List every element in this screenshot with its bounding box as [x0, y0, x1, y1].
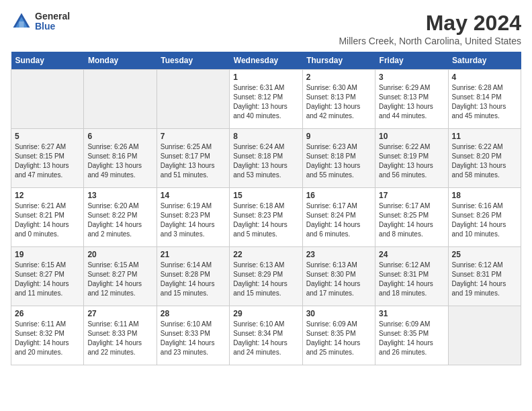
calendar-cell: 12Sunrise: 6:21 AMSunset: 8:21 PMDayligh… [11, 188, 84, 247]
sunrise-text: Sunrise: 6:17 AM [306, 202, 357, 210]
daylight-text: Daylight: 14 hours and 10 minutes. [452, 221, 506, 238]
day-info: Sunrise: 6:21 AMSunset: 8:21 PMDaylight:… [15, 201, 80, 239]
daylight-text: Daylight: 13 hours and 45 minutes. [452, 103, 506, 120]
sunrise-text: Sunrise: 6:18 AM [233, 202, 284, 210]
sunset-text: Sunset: 8:14 PM [452, 93, 502, 101]
day-number: 27 [87, 309, 152, 318]
day-number: 30 [306, 309, 371, 318]
day-number: 18 [452, 191, 517, 200]
calendar-cell: 22Sunrise: 6:13 AMSunset: 8:29 PMDayligh… [230, 247, 302, 306]
day-number: 16 [306, 191, 371, 200]
logo-blue: Blue [35, 21, 70, 32]
day-number: 4 [452, 73, 517, 82]
sunset-text: Sunset: 8:35 PM [379, 330, 429, 337]
calendar-cell: 3Sunrise: 6:29 AMSunset: 8:13 PMDaylight… [375, 70, 448, 129]
weekday-header-sunday: Sunday [11, 52, 84, 70]
sunrise-text: Sunrise: 6:10 AM [161, 320, 212, 328]
day-info: Sunrise: 6:14 AMSunset: 8:28 PMDaylight:… [161, 261, 226, 298]
sunset-text: Sunset: 8:19 PM [379, 152, 429, 160]
sunrise-text: Sunrise: 6:11 AM [15, 320, 66, 328]
daylight-text: Daylight: 13 hours and 51 minutes. [161, 162, 215, 179]
sunrise-text: Sunrise: 6:21 AM [15, 202, 66, 210]
sunrise-text: Sunrise: 6:28 AM [452, 84, 503, 91]
day-info: Sunrise: 6:15 AMSunset: 8:27 PMDaylight:… [87, 261, 152, 298]
weekday-header-wednesday: Wednesday [230, 52, 302, 70]
calendar-cell: 4Sunrise: 6:28 AMSunset: 8:14 PMDaylight… [448, 70, 521, 129]
sunrise-text: Sunrise: 6:24 AM [233, 143, 284, 150]
day-number: 2 [306, 73, 371, 82]
day-info: Sunrise: 6:17 AMSunset: 8:24 PMDaylight:… [306, 201, 371, 239]
day-number: 24 [379, 250, 444, 259]
day-number: 5 [15, 132, 80, 141]
weekday-header-tuesday: Tuesday [157, 52, 229, 70]
day-info: Sunrise: 6:13 AMSunset: 8:29 PMDaylight:… [233, 261, 298, 298]
daylight-text: Daylight: 13 hours and 47 minutes. [15, 162, 69, 179]
sunset-text: Sunset: 8:32 PM [15, 330, 64, 337]
day-info: Sunrise: 6:10 AMSunset: 8:34 PMDaylight:… [233, 320, 298, 357]
daylight-text: Daylight: 14 hours and 19 minutes. [452, 280, 506, 297]
day-info: Sunrise: 6:29 AMSunset: 8:13 PMDaylight:… [379, 83, 444, 121]
sunrise-text: Sunrise: 6:30 AM [306, 84, 357, 91]
day-number: 17 [379, 191, 444, 200]
calendar-table: SundayMondayTuesdayWednesdayThursdayFrid… [11, 52, 521, 365]
sunrise-text: Sunrise: 6:09 AM [306, 320, 357, 328]
weekday-header-friday: Friday [375, 52, 448, 70]
calendar-cell [11, 70, 84, 129]
calendar-week-1: 1Sunrise: 6:31 AMSunset: 8:12 PMDaylight… [11, 70, 521, 129]
sunset-text: Sunset: 8:27 PM [15, 271, 64, 278]
sunset-text: Sunset: 8:20 PM [452, 152, 502, 160]
sunrise-text: Sunrise: 6:19 AM [161, 202, 212, 210]
logo-general: General [35, 11, 70, 21]
calendar-week-5: 26Sunrise: 6:11 AMSunset: 8:32 PMDayligh… [11, 306, 521, 365]
calendar-cell [84, 70, 157, 129]
day-info: Sunrise: 6:24 AMSunset: 8:18 PMDaylight:… [233, 142, 298, 180]
calendar-cell: 7Sunrise: 6:25 AMSunset: 8:17 PMDaylight… [157, 129, 229, 188]
weekday-header-saturday: Saturday [448, 52, 521, 70]
day-number: 1 [233, 73, 298, 82]
logo-text: General Blue [35, 11, 70, 32]
day-number: 31 [379, 309, 444, 318]
day-number: 7 [161, 132, 226, 141]
sunset-text: Sunset: 8:16 PM [87, 152, 137, 160]
sunset-text: Sunset: 8:28 PM [161, 271, 210, 278]
logo: General Blue [11, 11, 70, 32]
sunset-text: Sunset: 8:18 PM [306, 152, 356, 160]
calendar-cell: 18Sunrise: 6:16 AMSunset: 8:26 PMDayligh… [448, 188, 521, 247]
day-number: 25 [452, 250, 517, 259]
day-info: Sunrise: 6:15 AMSunset: 8:27 PMDaylight:… [15, 261, 80, 298]
daylight-text: Daylight: 14 hours and 15 minutes. [233, 280, 287, 297]
sunrise-text: Sunrise: 6:09 AM [379, 320, 430, 328]
sunset-text: Sunset: 8:35 PM [306, 330, 356, 337]
daylight-text: Daylight: 14 hours and 12 minutes. [87, 280, 142, 297]
daylight-text: Daylight: 13 hours and 55 minutes. [306, 162, 361, 179]
calendar-cell: 30Sunrise: 6:09 AMSunset: 8:35 PMDayligh… [302, 306, 375, 365]
calendar-week-2: 5Sunrise: 6:27 AMSunset: 8:15 PMDaylight… [11, 129, 521, 188]
daylight-text: Daylight: 14 hours and 0 minutes. [15, 221, 69, 238]
day-number: 14 [161, 191, 226, 200]
daylight-text: Daylight: 13 hours and 56 minutes. [379, 162, 433, 179]
daylight-text: Daylight: 14 hours and 2 minutes. [87, 221, 142, 238]
sunrise-text: Sunrise: 6:13 AM [306, 261, 357, 269]
day-info: Sunrise: 6:27 AMSunset: 8:15 PMDaylight:… [15, 142, 80, 180]
sunset-text: Sunset: 8:29 PM [233, 271, 283, 278]
calendar-cell: 24Sunrise: 6:12 AMSunset: 8:31 PMDayligh… [375, 247, 448, 306]
calendar-week-3: 12Sunrise: 6:21 AMSunset: 8:21 PMDayligh… [11, 188, 521, 247]
day-info: Sunrise: 6:26 AMSunset: 8:16 PMDaylight:… [87, 142, 152, 180]
day-info: Sunrise: 6:25 AMSunset: 8:17 PMDaylight:… [161, 142, 226, 180]
day-number: 15 [233, 191, 298, 200]
daylight-text: Daylight: 14 hours and 6 minutes. [306, 221, 361, 238]
day-info: Sunrise: 6:22 AMSunset: 8:19 PMDaylight:… [379, 142, 444, 180]
day-number: 10 [379, 132, 444, 141]
sunset-text: Sunset: 8:27 PM [87, 271, 137, 278]
day-info: Sunrise: 6:17 AMSunset: 8:25 PMDaylight:… [379, 201, 444, 239]
day-number: 13 [87, 191, 152, 200]
calendar-cell: 5Sunrise: 6:27 AMSunset: 8:15 PMDaylight… [11, 129, 84, 188]
daylight-text: Daylight: 14 hours and 23 minutes. [161, 339, 215, 356]
day-info: Sunrise: 6:23 AMSunset: 8:18 PMDaylight:… [306, 142, 371, 180]
daylight-text: Daylight: 14 hours and 17 minutes. [306, 280, 361, 297]
daylight-text: Daylight: 13 hours and 42 minutes. [306, 103, 361, 120]
page-header: General Blue May 2024 Millers Creek, Nor… [11, 11, 521, 46]
calendar-cell: 9Sunrise: 6:23 AMSunset: 8:18 PMDaylight… [302, 129, 375, 188]
sunset-text: Sunset: 8:15 PM [15, 152, 64, 160]
calendar-cell: 21Sunrise: 6:14 AMSunset: 8:28 PMDayligh… [157, 247, 229, 306]
